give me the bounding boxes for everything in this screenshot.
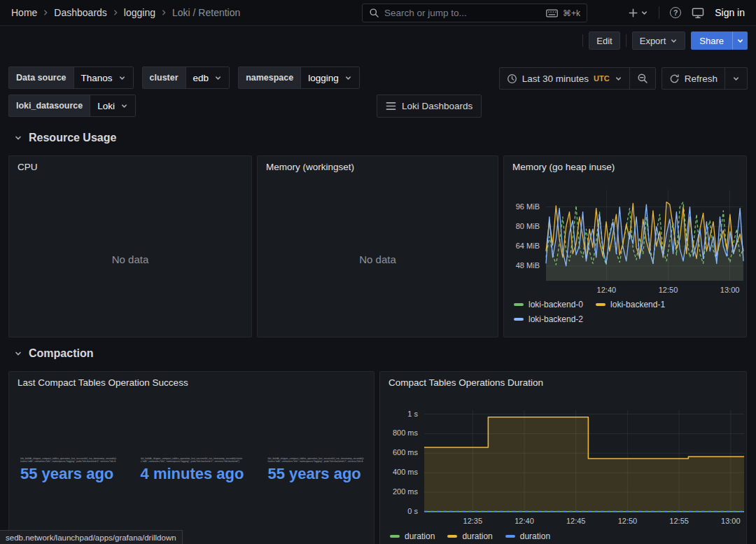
y-axis-tick-label: 64 MiB bbox=[504, 242, 540, 250]
y-axis-tick-label: 96 MiB bbox=[504, 202, 540, 211]
time-range-picker[interactable]: Last 30 minutes UTC bbox=[500, 68, 629, 89]
panel-cpu[interactable]: CPU No data bbox=[8, 155, 252, 337]
menu-list-icon bbox=[386, 102, 396, 111]
x-axis-tick-label: 12:50 bbox=[608, 517, 647, 525]
stat-series-label: loki_boltdb_shipper_compact_tables_opera… bbox=[267, 457, 364, 463]
no-data-message: No data bbox=[258, 181, 498, 337]
chevron-down-icon bbox=[670, 37, 678, 45]
legend-item[interactable]: loki-backend-1 bbox=[596, 300, 665, 309]
variable-selected-value: Thanos bbox=[81, 73, 113, 83]
chevron-right-icon bbox=[112, 9, 119, 16]
chevron-down-icon bbox=[615, 75, 622, 83]
stat: loki_boltdb_shipper_compact_tables_opera… bbox=[267, 457, 364, 483]
duration-chart[interactable]: 0 s200 ms400 ms600 ms800 ms1 s12:3512:40… bbox=[380, 397, 746, 544]
legend-series-label: loki-backend-1 bbox=[610, 300, 665, 309]
breadcrumb-item[interactable]: Home bbox=[11, 7, 37, 18]
breadcrumb-item: Loki / Retention bbox=[172, 7, 240, 18]
share-menu-button[interactable] bbox=[732, 32, 748, 50]
legend-series-label: loki-backend-2 bbox=[528, 314, 583, 324]
legend-item[interactable]: loki-backend-2 bbox=[514, 314, 583, 324]
y-axis-tick-label: 80 MiB bbox=[504, 222, 540, 230]
variable-value-dropdown[interactable]: Thanos bbox=[74, 67, 133, 88]
refresh-group: Refresh bbox=[662, 67, 748, 90]
variable-value-dropdown[interactable]: logging bbox=[301, 67, 359, 88]
chevron-down-icon bbox=[14, 349, 22, 358]
panel-title: Last Compact Tables Operation Success bbox=[18, 377, 188, 388]
divider bbox=[626, 34, 626, 47]
panel-memory-workingset[interactable]: Memory (workingset) No data bbox=[257, 155, 498, 337]
breadcrumb-item[interactable]: Dashboards bbox=[54, 7, 107, 18]
legend-series-color bbox=[447, 535, 457, 538]
share-button[interactable]: Share bbox=[691, 32, 732, 50]
x-axis-tick-label: 12:55 bbox=[659, 517, 699, 525]
chevron-down-icon bbox=[736, 37, 744, 45]
panel-last-compact-success[interactable]: Last Compact Tables Operation Success lo… bbox=[8, 371, 374, 544]
export-button[interactable]: Export bbox=[632, 32, 686, 50]
y-axis-tick-label: 400 ms bbox=[380, 468, 418, 476]
panel-title: Memory (go heap inuse) bbox=[512, 162, 615, 172]
zoom-out-button[interactable] bbox=[629, 68, 655, 89]
edit-button[interactable]: Edit bbox=[589, 32, 620, 50]
variable-cluster: clusteredb bbox=[142, 67, 230, 89]
help-button[interactable]: ? bbox=[670, 7, 681, 18]
refresh-button[interactable]: Refresh bbox=[662, 68, 724, 89]
legend-series-label: duration bbox=[405, 531, 435, 541]
search-shortcut: ⌘+k bbox=[563, 8, 580, 18]
refresh-interval-button[interactable] bbox=[724, 68, 747, 89]
y-axis-tick-label: 0 s bbox=[380, 507, 418, 515]
y-axis-tick-label: 600 ms bbox=[380, 448, 418, 456]
keyboard-icon bbox=[546, 9, 558, 18]
duration-chart-legend: durationdurationduration bbox=[390, 531, 742, 541]
section-compaction[interactable]: Compaction bbox=[14, 347, 93, 360]
y-axis-tick-label: 200 ms bbox=[380, 487, 418, 496]
link-preview-url: sedb.network/launchpad/apps/grafana/dril… bbox=[6, 533, 176, 542]
refresh-icon bbox=[669, 74, 680, 84]
time-controls: Last 30 minutes UTC Refresh bbox=[499, 67, 748, 90]
section-title: Resource Usage bbox=[29, 132, 116, 144]
y-axis-tick-label: 1 s bbox=[380, 410, 418, 418]
stat-values: loki_boltdb_shipper_compact_tables_opera… bbox=[20, 457, 364, 483]
loki-dashboards-button[interactable]: Loki Dashboards bbox=[377, 95, 482, 118]
x-axis-tick-label: 12:40 bbox=[505, 517, 544, 525]
no-data-message: No data bbox=[9, 181, 251, 337]
legend-item[interactable]: duration bbox=[390, 531, 435, 541]
x-axis-tick-label: 12:35 bbox=[453, 517, 492, 525]
stat: loki_boltdb_shipper_compact_tables_opera… bbox=[20, 457, 117, 483]
section-title: Compaction bbox=[29, 347, 93, 360]
chevron-down-icon bbox=[14, 134, 22, 142]
legend-series-label: duration bbox=[462, 531, 492, 541]
time-picker-group: Last 30 minutes UTC bbox=[499, 67, 656, 90]
variable-selected-value: Loki bbox=[97, 101, 115, 111]
sign-in-link[interactable]: Sign in bbox=[715, 7, 745, 18]
legend-item[interactable]: duration bbox=[447, 531, 492, 541]
x-axis-tick-label: 13:00 bbox=[710, 286, 747, 294]
stat-value: 4 minutes ago bbox=[141, 465, 244, 483]
variable-value-dropdown[interactable]: edb bbox=[186, 67, 230, 88]
section-resource-usage[interactable]: Resource Usage bbox=[14, 132, 116, 144]
refresh-label: Refresh bbox=[685, 74, 718, 84]
variable-selected-value: edb bbox=[193, 73, 209, 83]
panel-compact-duration[interactable]: Compact Tables Operations Duration 0 s20… bbox=[379, 371, 747, 544]
plus-icon bbox=[628, 8, 638, 18]
share-split-button: Share bbox=[691, 32, 748, 50]
add-menu-button[interactable] bbox=[628, 8, 648, 18]
panel-memory-go-heap[interactable]: Memory (go heap inuse) 48 MiB64 MiB80 Mi… bbox=[503, 155, 747, 337]
legend-item[interactable]: loki-backend-0 bbox=[514, 300, 583, 309]
kiosk-mode-button[interactable] bbox=[692, 7, 704, 19]
panel-title: CPU bbox=[18, 162, 38, 172]
y-axis-tick-label: 48 MiB bbox=[504, 261, 540, 270]
chevron-down-icon bbox=[640, 9, 648, 17]
variable-data-source: Data sourceThanos bbox=[8, 67, 134, 89]
search-input[interactable] bbox=[384, 8, 541, 18]
monitor-icon bbox=[692, 7, 704, 19]
variable-value-dropdown[interactable]: Loki bbox=[90, 95, 135, 116]
divider bbox=[659, 6, 659, 19]
legend-series-color bbox=[390, 535, 400, 538]
legend-item[interactable]: duration bbox=[505, 531, 550, 541]
search-box[interactable]: ⌘+k bbox=[362, 4, 587, 22]
chevron-down-icon bbox=[120, 102, 128, 110]
variable-label: Data source bbox=[9, 67, 74, 88]
stat: loki_boltdb_shipper_compact_tables_opera… bbox=[141, 457, 244, 483]
variable-selected-value: logging bbox=[308, 73, 339, 83]
breadcrumb-item[interactable]: logging bbox=[124, 7, 155, 18]
